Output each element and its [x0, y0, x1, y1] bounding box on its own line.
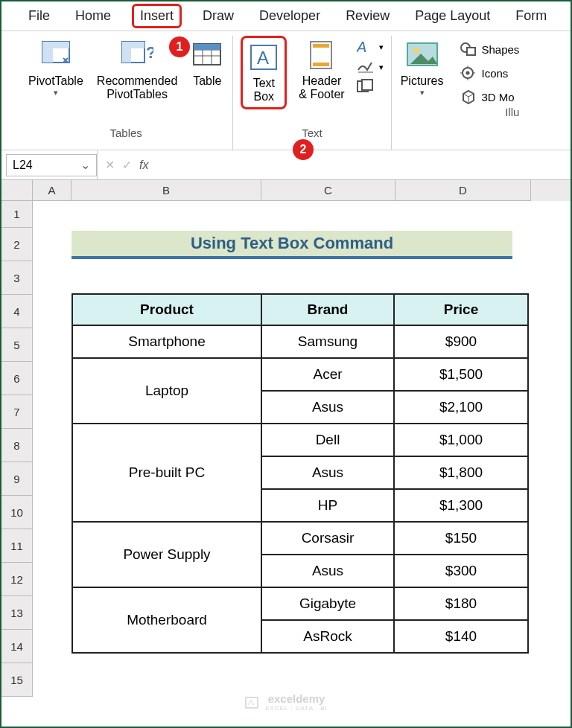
models-label: 3D Mo [481, 91, 514, 103]
cell-product: Pre-built PC [72, 424, 261, 522]
row-header-8[interactable]: 8 [1, 429, 33, 462]
row-header-9[interactable]: 9 [1, 462, 33, 496]
shapes-icon [460, 42, 477, 57]
cell-region[interactable]: Using Text Box Command ProductBrandPrice… [33, 201, 571, 697]
select-all-cell[interactable] [1, 180, 33, 201]
menu-tab-form[interactable]: Form [511, 4, 551, 28]
menu-tabs: FileHomeInsertDrawDeveloperReviewPage La… [1, 1, 571, 31]
annotation-marker-2: 2 [293, 139, 314, 160]
svg-rect-12 [194, 44, 220, 50]
svg-text:?: ? [146, 43, 153, 62]
column-headers: A B C D [1, 180, 571, 201]
row-header-1[interactable]: 1 [1, 201, 33, 228]
row-header-2[interactable]: 2 [1, 228, 33, 261]
row-header-7[interactable]: 7 [1, 395, 33, 429]
row-header-13[interactable]: 13 [1, 596, 33, 630]
cancel-icon[interactable]: ✕ [105, 158, 115, 172]
wordart-button[interactable]: A▾ [357, 39, 384, 55]
row-header-6[interactable]: 6 [1, 362, 33, 395]
cell-price: $300 [394, 555, 528, 587]
textbox-label: Text Box [253, 77, 275, 104]
col-header-A[interactable]: A [33, 180, 72, 201]
row-header-14[interactable]: 14 [1, 630, 33, 663]
cell-brand: Samsung [261, 325, 394, 358]
cell-price: $140 [394, 620, 528, 653]
pivottable-button[interactable]: PivotTable ▾ [27, 36, 85, 100]
table-button[interactable]: Table [189, 36, 225, 91]
svg-rect-25 [467, 48, 475, 55]
cell-price: $900 [394, 325, 528, 358]
svg-rect-17 [313, 63, 329, 66]
cell-brand: Asus [261, 391, 394, 424]
svg-point-23 [413, 48, 419, 54]
header-footer-icon [305, 39, 338, 71]
row-header-12[interactable]: 12 [1, 563, 33, 596]
pictures-icon [406, 39, 439, 71]
ribbon-group-text: A Text Box Header & Footer A▾ ▾ [233, 36, 391, 150]
menu-tab-draw[interactable]: Draw [198, 4, 238, 28]
object-icon [357, 79, 373, 94]
annotation-marker-1: 1 [169, 36, 190, 57]
ribbon-group-illustrations: Shapes Icons 3D Mo Illu [453, 36, 527, 150]
table-header: Price [394, 294, 528, 325]
svg-text:A: A [257, 48, 269, 68]
formula-input[interactable] [156, 150, 571, 179]
menu-tab-developer[interactable]: Developer [255, 4, 325, 28]
cell-brand: Asus [261, 555, 394, 587]
signature-button[interactable]: ▾ [357, 60, 384, 74]
col-header-C[interactable]: C [261, 180, 395, 201]
menu-tab-insert[interactable]: Insert [132, 4, 182, 28]
cell-price: $1,800 [394, 456, 528, 489]
icons-icon [460, 66, 477, 80]
svg-rect-2 [42, 42, 69, 48]
menu-tab-review[interactable]: Review [341, 4, 394, 28]
dropdown-caret-icon: ▾ [420, 88, 425, 98]
cube-icon [460, 89, 477, 104]
svg-text:A: A [357, 39, 366, 55]
cell-price: $1,500 [394, 358, 528, 391]
shapes-button[interactable]: Shapes [460, 42, 519, 57]
recommended-pivot-button[interactable]: ? Recommended PivotTables [95, 36, 179, 105]
col-header-D[interactable]: D [395, 180, 531, 201]
pictures-label: Pictures [401, 74, 444, 88]
dropdown-caret-icon: ▾ [54, 88, 58, 98]
3dmodels-button[interactable]: 3D Mo [460, 89, 519, 104]
pictures-button[interactable]: Pictures ▾ [399, 36, 445, 100]
menu-tab-file[interactable]: File [24, 4, 54, 28]
row-header-11[interactable]: 11 [1, 529, 33, 563]
cell-price: $1,300 [394, 489, 528, 522]
row-header-10[interactable]: 10 [1, 496, 33, 529]
cell-product: Motherboard [72, 587, 261, 653]
enter-icon[interactable]: ✓ [122, 158, 132, 172]
cell-brand: Gigabyte [261, 587, 394, 620]
recommended-pivot-icon: ? [121, 39, 153, 71]
cell-price: $2,100 [394, 391, 528, 424]
menu-tab-home[interactable]: Home [71, 4, 115, 28]
cell-brand: Corsasir [261, 522, 394, 555]
name-box[interactable]: L24 ⌄ [6, 154, 97, 176]
cell-brand: AsRock [261, 620, 394, 653]
cell-brand: Acer [261, 358, 394, 391]
fx-icon[interactable]: fx [139, 159, 148, 172]
object-button[interactable] [357, 79, 384, 94]
icons-button[interactable]: Icons [460, 66, 519, 80]
recpivot-label: Recommended PivotTables [97, 74, 178, 102]
col-header-B[interactable]: B [72, 180, 261, 201]
svg-rect-32 [246, 697, 258, 708]
row-header-3[interactable]: 3 [1, 261, 33, 295]
pivot-label: PivotTable [28, 74, 83, 88]
pivottable-icon [39, 39, 72, 71]
row-header-4[interactable]: 4 [1, 295, 33, 328]
header-footer-button[interactable]: Header & Footer [297, 36, 346, 105]
icons-label: Icons [481, 67, 508, 80]
ribbon-group-pictures: Pictures ▾ [392, 36, 454, 150]
table-icon [191, 39, 223, 71]
menu-tab-page layout[interactable]: Page Layout [410, 4, 495, 28]
cell-brand: Asus [261, 456, 394, 489]
cell-product: Smartphone [72, 325, 261, 358]
text-extra-col: A▾ ▾ [357, 36, 384, 94]
row-header-5[interactable]: 5 [1, 328, 33, 362]
text-box-button[interactable]: A Text Box [241, 36, 287, 109]
cell-price: $1,000 [394, 424, 528, 456]
cell-product: Power Supply [72, 522, 261, 587]
